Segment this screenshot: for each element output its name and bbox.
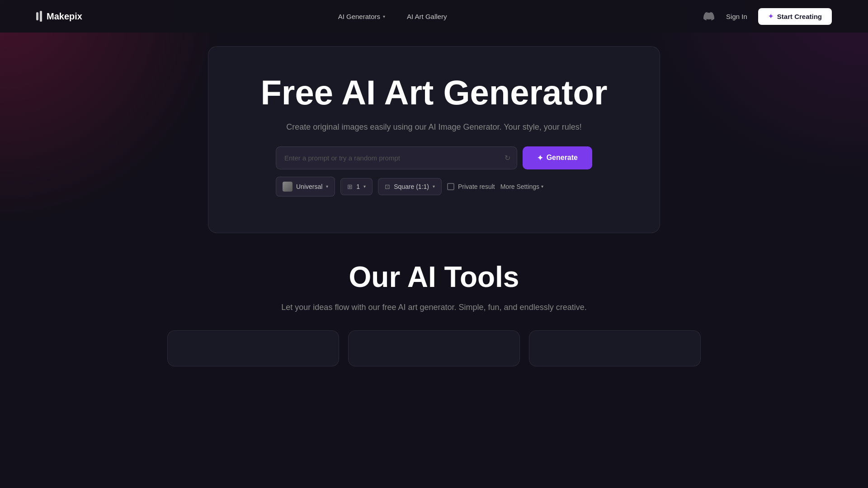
aspect-ratio-icon: ⊡ [385, 183, 390, 190]
prompt-input[interactable] [276, 147, 517, 169]
logo[interactable]: Makepix [36, 11, 82, 22]
nav-link-generators[interactable]: AI Generators ▾ [338, 13, 385, 20]
nav-right: Sign In ✦ Start Creating [703, 8, 832, 25]
more-settings-button[interactable]: More Settings ▾ [500, 183, 543, 190]
private-checkbox[interactable] [447, 183, 454, 190]
model-swatch [283, 182, 292, 192]
tool-card-3[interactable] [529, 330, 701, 366]
nav-generators-label: AI Generators [338, 13, 380, 20]
ai-tools-subtitle: Let your ideas flow with our free AI art… [36, 303, 832, 312]
aspect-ratio-button[interactable]: ⊡ Square (1:1) ▾ [378, 178, 442, 195]
sign-in-button[interactable]: Sign In [726, 13, 747, 20]
generate-button[interactable]: ✦ Generate [523, 146, 592, 169]
nav-gallery-label: AI Art Gallery [407, 13, 447, 20]
aspect-chevron-icon: ▾ [433, 184, 435, 189]
ai-tools-title: Our AI Tools [36, 260, 832, 294]
nav-link-gallery[interactable]: AI Art Gallery [407, 13, 447, 20]
logo-bar-2 [40, 11, 42, 22]
tool-card-2[interactable] [348, 330, 520, 366]
main-content: Free AI Art Generator Create original im… [0, 33, 868, 233]
nav-center: AI Generators ▾ AI Art Gallery [338, 13, 447, 20]
logo-text: Makepix [47, 11, 82, 22]
hero-title: Free AI Art Generator [260, 74, 607, 112]
count-label: 1 [356, 183, 360, 190]
count-selector-button[interactable]: ⊞ 1 ▾ [340, 178, 373, 195]
start-creating-button[interactable]: ✦ Start Creating [758, 8, 832, 25]
hero-subtitle: Create original images easily using our … [286, 122, 581, 132]
sparkle-icon: ✦ [768, 13, 774, 20]
discord-icon[interactable] [703, 10, 715, 23]
chevron-down-icon: ▾ [383, 14, 385, 19]
model-chevron-icon: ▾ [326, 184, 328, 189]
ai-tools-section: Our AI Tools Let your ideas flow with ou… [0, 233, 868, 366]
logo-icon [36, 11, 42, 22]
prompt-input-wrapper: ↻ [276, 146, 517, 169]
model-selector-button[interactable]: Universal ▾ [276, 177, 335, 197]
hero-card: Free AI Art Generator Create original im… [208, 46, 660, 233]
more-settings-chevron-icon: ▾ [541, 184, 543, 189]
start-creating-label: Start Creating [777, 13, 822, 20]
private-label: Private result [458, 183, 495, 190]
logo-bar-1 [36, 12, 38, 20]
generate-label: Generate [547, 154, 578, 162]
more-settings-label: More Settings [500, 183, 539, 190]
private-result-toggle[interactable]: Private result [447, 183, 495, 190]
navbar: Makepix AI Generators ▾ AI Art Gallery S… [0, 0, 868, 33]
tools-cards-row [36, 330, 832, 366]
aspect-label: Square (1:1) [394, 183, 429, 190]
tool-card-1[interactable] [167, 330, 339, 366]
count-chevron-icon: ▾ [363, 184, 366, 189]
image-count-icon: ⊞ [347, 183, 353, 190]
prompt-container: ↻ ✦ Generate [276, 146, 592, 169]
settings-row: Universal ▾ ⊞ 1 ▾ ⊡ Square (1:1) ▾ Priva… [276, 177, 592, 197]
refresh-icon[interactable]: ↻ [505, 154, 510, 162]
generate-sparkle-icon: ✦ [537, 154, 543, 162]
model-label: Universal [296, 183, 322, 190]
